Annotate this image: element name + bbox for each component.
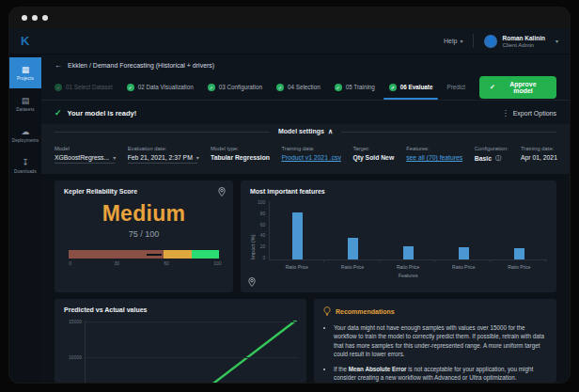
bar-slot	[325, 201, 381, 259]
back-arrow-icon[interactable]: ←	[55, 61, 62, 70]
app-window: K Help ▾ 👤 Roman Kalinin Client Admin ▾	[9, 8, 570, 383]
traffic-light-dot[interactable]	[22, 15, 27, 21]
step-01-select-dataset[interactable]: ✓01 Select Dataset	[55, 74, 113, 100]
setting-evaluation-date: Evaluation date:Feb 21, 2021, 2:37 PM▾	[128, 146, 197, 164]
location-pin-icon[interactable]	[218, 187, 226, 196]
dashboard-cards: Kepler Reliability Score Medium 75 / 100…	[41, 174, 570, 383]
window-titlebar	[9, 8, 570, 28]
bar-slot	[270, 201, 325, 259]
bar[interactable]	[514, 248, 524, 259]
x-tick-label: Ratio Price	[436, 264, 492, 270]
check-icon: ✓	[208, 84, 215, 91]
setting-value[interactable]: Product v1 2021 .csv	[281, 154, 339, 161]
recommendations-card: Recommendations Your data might not have…	[314, 299, 556, 383]
step-03-configuration[interactable]: ✓03 Configuration	[208, 74, 262, 100]
prediction-line	[86, 321, 297, 383]
check-icon: ✓	[127, 84, 134, 91]
check-icon: ✓	[389, 84, 397, 91]
info-icon[interactable]: ⓘ	[495, 154, 501, 163]
cloud-icon: ☁	[22, 128, 30, 136]
setting-value: Apr 01, 2021	[521, 154, 556, 161]
model-ready-message: ✓ Your model is ready!	[55, 108, 136, 118]
sidebar-item-datasets[interactable]: ▤Datasets	[9, 88, 41, 119]
approve-model-button[interactable]: ✓ Approve model	[479, 76, 556, 99]
download-icon: ↧	[22, 159, 29, 167]
reliability-score-value: 75 / 100	[64, 229, 224, 239]
sidebar-item-downloads[interactable]: ↧Downloads	[9, 150, 41, 181]
setting-value-text: see all (70) features	[406, 154, 462, 161]
gauge-tick: 60	[164, 260, 169, 266]
chevron-down-icon: ▾	[460, 38, 462, 44]
bar[interactable]	[459, 247, 469, 259]
recommendation-item: Your data might not have enough samples …	[334, 323, 547, 359]
step-label: 05 Training	[346, 84, 375, 90]
sidebar-item-projects[interactable]: ▦Projects	[9, 57, 41, 88]
setting-label: Training data:	[281, 146, 339, 151]
setting-label: Target:	[352, 146, 393, 151]
export-options-label: Export Options	[513, 110, 556, 117]
gauge-tick-labels: 03060100	[69, 260, 219, 268]
status-bar: ✓ Your model is ready! ⋮ Export Options	[41, 101, 570, 124]
check-icon: ✓	[490, 84, 495, 91]
step-06-evaluate[interactable]: ✓06 Evaluate	[389, 74, 433, 100]
x-axis-tick-labels: Ratio PriceRatio PriceRatio PriceRatio P…	[269, 264, 547, 270]
setting-model: ModelXGBoostRegress...▾	[55, 146, 115, 164]
setting-label: Model	[55, 146, 115, 151]
user-menu[interactable]: 👤 Roman Kalinin Client Admin	[484, 35, 545, 48]
bar[interactable]	[292, 212, 303, 259]
setting-features: Features:see all (70) features	[406, 146, 462, 164]
x-tick-label: Ratio Price	[269, 264, 324, 270]
model-settings-title: Model settings	[278, 128, 324, 134]
x-tick-label: Ratio Price	[324, 264, 380, 270]
recommendation-item: If the Mean Absolute Error is not accept…	[334, 365, 547, 383]
gauge-marker	[147, 254, 162, 256]
chevron-down-icon[interactable]: ▾	[556, 38, 558, 44]
setting-value[interactable]: XGBoostRegress...▾	[55, 154, 115, 164]
setting-value[interactable]: see all (70) features	[406, 154, 462, 161]
traffic-light-dot[interactable]	[32, 15, 38, 21]
y-tick: 100	[258, 199, 265, 205]
setting-value-text: Product v1 2021 .csv	[281, 154, 340, 161]
model-settings-panel: Model settings ∧ ModelXGBoostRegress...▾…	[41, 124, 570, 174]
step-label: 03 Configuration	[219, 84, 262, 90]
top-app-bar: K Help ▾ 👤 Roman Kalinin Client Admin ▾	[9, 28, 570, 55]
gauge-tick: 0	[69, 260, 71, 266]
reliability-score-card: Kepler Reliability Score Medium 75 / 100…	[55, 180, 233, 292]
recommendations-title: Recommendations	[336, 308, 395, 315]
breadcrumb-text: Ekklen / Demand Forecasting (Historical …	[68, 62, 214, 69]
bar[interactable]	[348, 238, 358, 259]
bar[interactable]	[403, 246, 414, 259]
y-tick: 40	[260, 232, 266, 238]
setting-value[interactable]: Feb 21, 2021, 2:37 PM▾	[128, 154, 197, 164]
y-axis-ticks: 100806040200	[256, 199, 269, 278]
workflow-steps: ✓01 Select Dataset✓02 Data Visualization…	[41, 74, 570, 101]
setting-model-type: Model type:Tabular Regression	[211, 146, 268, 164]
location-pin-icon[interactable]	[248, 277, 256, 287]
sidebar-item-label: Projects	[17, 76, 34, 81]
step-04-selection[interactable]: ✓04 Selection	[276, 74, 321, 100]
gridline	[86, 357, 297, 358]
avatar: 👤	[484, 35, 497, 48]
bar-slot	[381, 201, 436, 259]
help-menu[interactable]: Help ▾	[444, 38, 462, 44]
sidebar-item-label: Deployments	[12, 138, 39, 143]
step-05-training[interactable]: ✓05 Training	[335, 74, 375, 100]
setting-value-text: Feb 21, 2021, 2:37 PM	[128, 154, 193, 161]
main-content: ← Ekklen / Demand Forecasting (Historica…	[41, 55, 570, 383]
setting-label: Model type:	[211, 146, 268, 151]
sidebar-item-deployments[interactable]: ☁Deployments	[9, 119, 41, 150]
recommendations-list: Your data might not have enough samples …	[323, 323, 547, 383]
setting-value: Qty Sold New	[352, 154, 393, 161]
traffic-light-dot[interactable]	[42, 15, 48, 21]
predicted-vs-actual-chart: 1500010000	[64, 321, 297, 383]
setting-configuration: Configuration:Basicⓘ	[475, 146, 508, 164]
y-tick: 0	[263, 255, 266, 260]
gridline	[86, 321, 297, 322]
model-settings-toggle[interactable]: Model settings ∧	[270, 128, 341, 135]
lightbulb-icon	[323, 306, 331, 317]
step-02-data-visualization[interactable]: ✓02 Data Visualization	[127, 74, 194, 100]
export-options-button[interactable]: ⋮ Export Options	[502, 109, 556, 118]
reliability-score-title: Kepler Reliability Score	[64, 188, 224, 195]
setting-training-date: Training date:Apr 01, 2021	[521, 146, 556, 164]
step-predict[interactable]: Predict	[446, 74, 465, 100]
